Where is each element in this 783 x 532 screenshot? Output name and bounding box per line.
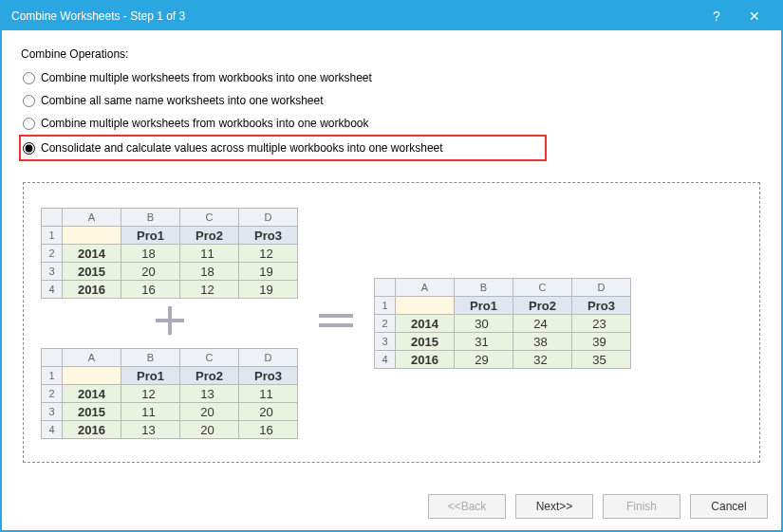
radio-option-4[interactable]	[23, 142, 35, 155]
row-head: 1	[42, 367, 63, 385]
row-head: 4	[42, 421, 63, 439]
data-cell: 18	[180, 263, 239, 281]
row-head: 1	[375, 297, 396, 315]
data-cell: 38	[513, 333, 572, 351]
year-cell: 2016	[63, 421, 121, 439]
col-head: A	[63, 209, 121, 227]
button-bar: <<Back Next>> Finish Cancel	[428, 494, 768, 519]
data-cell: 12	[239, 245, 298, 263]
close-button[interactable]: ✕	[736, 2, 774, 30]
row-head: 4	[375, 351, 396, 369]
col-head: B	[121, 349, 180, 367]
data-cell: 11	[239, 385, 298, 403]
empty-cell	[63, 227, 121, 245]
option-label: Combine all same name worksheets into on…	[41, 94, 323, 107]
header-cell: Pro3	[572, 297, 631, 315]
data-cell: 35	[572, 351, 631, 369]
radio-option-2[interactable]	[23, 95, 35, 107]
radio-option-1[interactable]	[23, 72, 35, 84]
source-tables-stack: A B C D 1 Pro1 Pro2 Pro3 2 2014 18 11	[41, 208, 298, 439]
col-head: A	[396, 279, 455, 297]
content-area: Combine Operations: Combine multiple wor…	[2, 30, 781, 463]
corner-cell	[42, 209, 63, 227]
row-head: 2	[42, 245, 63, 263]
option-consolidate-calculate[interactable]: Consolidate and calculate values across …	[19, 135, 547, 161]
year-cell: 2014	[396, 315, 455, 333]
data-cell: 23	[572, 315, 631, 333]
year-cell: 2015	[396, 333, 455, 351]
data-cell: 30	[455, 315, 513, 333]
col-head: D	[239, 349, 298, 367]
row-head: 1	[42, 227, 63, 245]
data-cell: 19	[239, 263, 298, 281]
row-head: 2	[375, 315, 396, 333]
data-cell: 11	[180, 245, 239, 263]
row-head: 3	[42, 263, 63, 281]
row-head: 3	[42, 403, 63, 421]
col-head: D	[239, 209, 298, 227]
data-cell: 32	[513, 351, 572, 369]
data-cell: 16	[239, 421, 298, 439]
header-cell: Pro2	[513, 297, 572, 315]
data-cell: 39	[572, 333, 631, 351]
combine-operations-group: Combine Operations: Combine multiple wor…	[15, 42, 768, 171]
data-cell: 18	[121, 245, 180, 263]
option-label: Combine multiple worksheets from workboo…	[41, 117, 369, 130]
row-head: 4	[42, 281, 63, 299]
year-cell: 2016	[63, 281, 121, 299]
col-head: B	[455, 279, 513, 297]
row-head: 2	[42, 385, 63, 403]
group-label: Combine Operations:	[21, 47, 762, 61]
year-cell: 2015	[63, 403, 121, 421]
row-head: 3	[375, 333, 396, 351]
option-combine-same-name[interactable]: Combine all same name worksheets into on…	[21, 89, 762, 112]
header-cell: Pro1	[121, 227, 180, 245]
data-cell: 16	[121, 281, 180, 299]
data-cell: 11	[121, 403, 180, 421]
data-cell: 13	[121, 421, 180, 439]
cancel-button[interactable]: Cancel	[690, 494, 768, 519]
plus-icon	[154, 304, 186, 342]
back-button[interactable]: <<Back	[428, 494, 506, 519]
window-title: Combine Worksheets - Step 1 of 3	[11, 9, 698, 23]
data-cell: 29	[455, 351, 513, 369]
year-cell: 2014	[63, 245, 121, 263]
header-cell: Pro2	[180, 367, 239, 385]
option-label: Consolidate and calculate values across …	[41, 141, 443, 155]
header-cell: Pro3	[239, 227, 298, 245]
option-combine-into-one-workbook[interactable]: Combine multiple worksheets from workboo…	[21, 112, 762, 135]
header-cell: Pro3	[239, 367, 298, 385]
option-combine-into-one-worksheet[interactable]: Combine multiple worksheets from workboo…	[21, 66, 762, 89]
option-label: Combine multiple worksheets from workboo…	[41, 71, 372, 84]
empty-cell	[63, 367, 121, 385]
result-table: A B C D 1 Pro1 Pro2 Pro3 2 2014 30 24 23…	[374, 278, 631, 369]
header-cell: Pro1	[121, 367, 180, 385]
source-table-1: A B C D 1 Pro1 Pro2 Pro3 2 2014 18 11	[41, 208, 298, 299]
source-table-2: A B C D 1 Pro1 Pro2 Pro3 2 2014 12 13	[41, 348, 298, 439]
empty-cell	[396, 297, 455, 315]
col-head: C	[180, 349, 239, 367]
title-bar: Combine Worksheets - Step 1 of 3 ? ✕	[2, 2, 781, 30]
finish-button[interactable]: Finish	[603, 494, 680, 519]
col-head: C	[180, 209, 239, 227]
col-head: C	[513, 279, 572, 297]
year-cell: 2016	[396, 351, 455, 369]
year-cell: 2014	[63, 385, 121, 403]
header-cell: Pro2	[180, 227, 239, 245]
data-cell: 20	[180, 403, 239, 421]
illustration-panel: A B C D 1 Pro1 Pro2 Pro3 2 2014 18 11	[23, 182, 760, 463]
radio-option-3[interactable]	[23, 118, 35, 130]
data-cell: 31	[455, 333, 513, 351]
data-cell: 13	[180, 385, 239, 403]
data-cell: 12	[180, 281, 239, 299]
data-cell: 20	[239, 403, 298, 421]
col-head: B	[121, 209, 180, 227]
year-cell: 2015	[63, 263, 121, 281]
corner-cell	[375, 279, 396, 297]
header-cell: Pro1	[455, 297, 513, 315]
col-head: A	[63, 349, 121, 367]
help-button[interactable]: ?	[698, 2, 736, 30]
data-cell: 20	[180, 421, 239, 439]
data-cell: 12	[121, 385, 180, 403]
next-button[interactable]: Next>>	[515, 494, 593, 519]
